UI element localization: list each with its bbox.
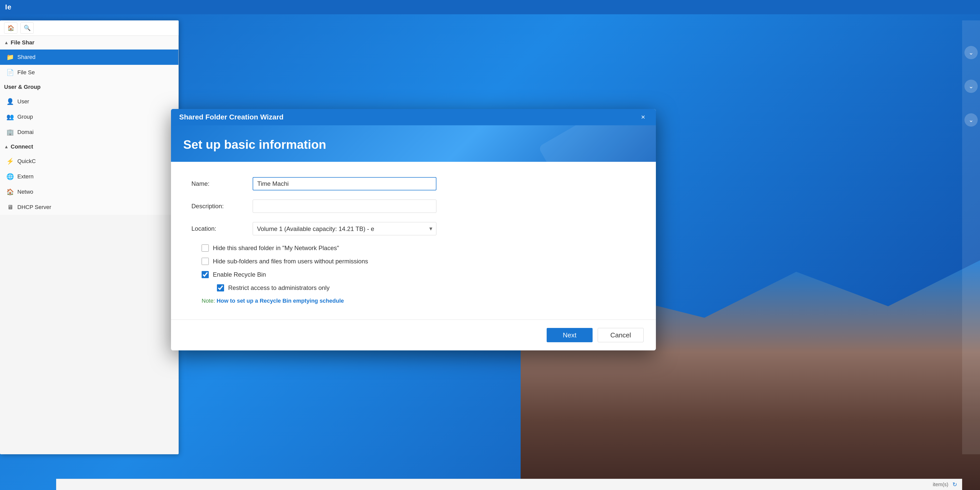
hide-subfolders-row: Hide sub-folders and files from users wi… [191,258,635,265]
wizard-title: Shared Folder Creation Wizard [179,113,283,121]
restrict-admin-label: Restrict access to administrators only [228,284,329,291]
location-label: Location: [191,225,253,232]
name-input[interactable] [253,177,436,190]
cancel-button[interactable]: Cancel [598,328,644,342]
note-text: Note: How to set up a Recycle Bin emptyi… [202,298,344,304]
location-select-wrap: Volume 1 (Available capacity: 14.21 TB) … [253,222,436,235]
location-select[interactable]: Volume 1 (Available capacity: 14.21 TB) … [253,222,436,235]
restrict-admin-checkbox[interactable] [217,284,224,291]
name-row: Name: [191,177,635,190]
hide-network-row: Hide this shared folder in "My Network P… [191,245,635,251]
wizard-footer: Next Cancel [171,320,656,350]
location-row: Location: Volume 1 (Available capacity: … [191,222,635,235]
hide-subfolders-checkbox[interactable] [202,258,209,265]
wizard-body: Name: Description: Location: Volume 1 (A… [171,162,656,320]
wizard-titlebar: Shared Folder Creation Wizard × [171,109,656,125]
note-row: Note: How to set up a Recycle Bin emptyi… [191,298,635,304]
note-prefix: Note: [202,298,215,304]
hide-network-label: Hide this shared folder in "My Network P… [213,245,339,251]
wizard-header: Set up basic information [171,125,656,162]
name-label: Name: [191,180,253,187]
wizard-close-button[interactable]: × [638,113,648,122]
wizard-header-title: Set up basic information [183,138,644,151]
restrict-admin-row: Restrict access to administrators only [191,284,635,291]
description-label: Description: [191,203,253,210]
enable-recycle-checkbox[interactable] [202,271,209,278]
description-input[interactable] [253,200,436,213]
enable-recycle-row: Enable Recycle Bin [191,271,635,278]
description-row: Description: [191,200,635,213]
enable-recycle-label: Enable Recycle Bin [213,271,266,278]
hide-network-checkbox[interactable] [202,245,209,251]
note-link[interactable]: How to set up a Recycle Bin emptying sch… [217,298,344,304]
wizard-dialog: Shared Folder Creation Wizard × Set up b… [171,109,656,350]
next-button[interactable]: Next [547,328,593,342]
wizard-overlay: Shared Folder Creation Wizard × Set up b… [0,0,980,490]
hide-subfolders-label: Hide sub-folders and files from users wi… [213,258,368,265]
